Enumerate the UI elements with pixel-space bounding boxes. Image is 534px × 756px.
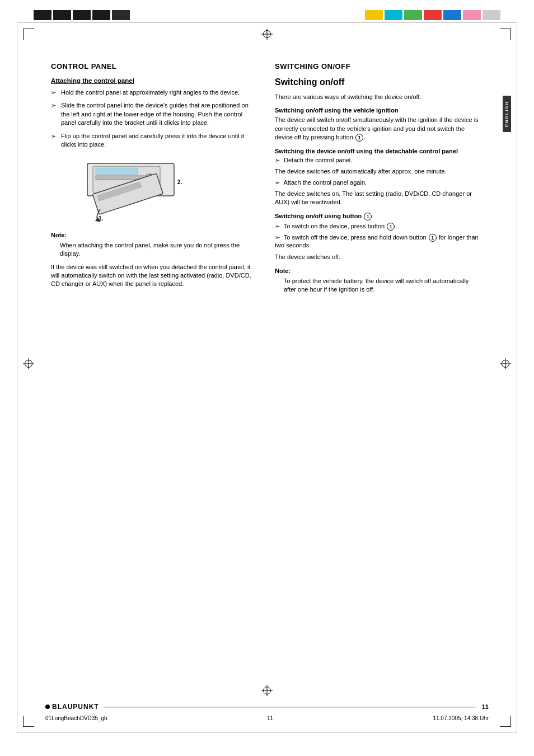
button-circle-3: 1 xyxy=(429,234,437,242)
blaupunkt-text: BLAUPUNKT xyxy=(52,703,99,711)
footer-page-center: 11 xyxy=(267,715,273,721)
bar-right xyxy=(365,10,500,20)
subsection-panel-title: Switching the device on/off using the de… xyxy=(275,148,482,154)
page-number: 11 xyxy=(482,703,489,710)
device-illustration: 1. 2. xyxy=(68,159,185,223)
switching-big-title: Switching on/off xyxy=(275,77,482,87)
blaupunkt-logo: BLAUPUNKT xyxy=(45,703,99,711)
attaching-bullets: ➢ Hold the control panel at approximatel… xyxy=(51,88,258,149)
bullet-arrow-1: ➢ xyxy=(51,88,59,97)
svg-text:2.: 2. xyxy=(177,179,182,185)
left-section-title: CONTROL PANEL xyxy=(51,62,258,71)
subsection-ignition-text: The device will switch on/off simultaneo… xyxy=(275,116,482,142)
top-bars xyxy=(0,0,534,20)
sub2-middle-text: The device switches off automatically af… xyxy=(275,167,482,176)
bullet-arrow-3: ➢ xyxy=(51,132,59,140)
svg-text:1.: 1. xyxy=(99,215,104,222)
corner-mark-br xyxy=(500,716,511,727)
two-column-layout: CONTROL PANEL Attaching the control pane… xyxy=(51,62,483,299)
footer-filename: 01LongBeachDVD35_gb xyxy=(45,715,107,721)
bullet-arrow-2: ➢ xyxy=(51,101,59,110)
right-note-text: To protect the vehicle battery, the devi… xyxy=(275,277,482,294)
page-border: CONTROL PANEL Attaching the control pane… xyxy=(17,22,517,733)
button-circle-2: 1 xyxy=(387,223,395,231)
sub2-arrow1: ➢ xyxy=(275,157,280,163)
footer-date: 11.07.2005, 14:38 Uhr xyxy=(433,715,489,721)
crosshair-top xyxy=(261,29,273,40)
note-text: When attaching the control panel, make s… xyxy=(51,241,258,259)
sub3-arrow2: ➢ xyxy=(275,234,280,241)
bullet-text-1: Hold the control panel at approximately … xyxy=(61,88,258,97)
bullet-text-3: Flip up the control panel and carefully … xyxy=(61,132,258,149)
crosshair-left xyxy=(23,358,34,369)
sub3-arrow1: ➢ xyxy=(275,223,280,229)
device-svg: 1. 2. xyxy=(68,159,185,223)
crosshair-right xyxy=(500,358,511,369)
left-column: CONTROL PANEL Attaching the control pane… xyxy=(51,62,258,299)
note-label: Note: xyxy=(51,231,258,240)
page-wrapper: CONTROL PANEL Attaching the control pane… xyxy=(0,0,534,756)
footer: BLAUPUNKT 11 01LongBeachDVD35_gb 11 11.0… xyxy=(45,703,489,721)
footer-meta: 01LongBeachDVD35_gb 11 11.07.2005, 14:38… xyxy=(45,715,489,721)
corner-mark-bl xyxy=(23,716,34,727)
bullet-item-1: ➢ Hold the control panel at approximatel… xyxy=(51,88,258,97)
sub2-bullet2: ➢ Attach the control panel again. xyxy=(275,179,482,186)
sub2-bullet1: ➢ Detach the control panel. xyxy=(275,157,482,164)
footer-line: BLAUPUNKT 11 xyxy=(45,703,489,711)
subsection-button-title: Switching on/off using button 1 xyxy=(275,213,482,220)
switching-intro: There are various ways of switching the … xyxy=(275,93,482,101)
button-circle-title: 1 xyxy=(364,213,372,220)
right-section-title: SWITCHING ON/OFF xyxy=(275,62,482,71)
crosshair-bottom xyxy=(261,685,273,696)
right-column: ENGLISH SWITCHING ON/OFF Switching on/of… xyxy=(275,62,482,299)
svg-rect-3 xyxy=(96,168,138,175)
sub2-end-text: The device switches on. The last setting… xyxy=(275,190,482,207)
extra-text: If the device was still switched on when… xyxy=(51,263,258,289)
bar-left xyxy=(34,10,130,20)
right-note-label: Note: xyxy=(275,267,482,275)
corner-mark-tr xyxy=(500,29,511,40)
blaupunkt-dot xyxy=(45,705,50,709)
main-content: CONTROL PANEL Attaching the control pane… xyxy=(17,23,517,332)
corner-mark-tl xyxy=(23,29,34,40)
sub2-arrow2: ➢ xyxy=(275,179,280,186)
footer-rule xyxy=(104,707,476,707)
bullet-text-2: Slide the control panel into the device'… xyxy=(61,101,258,127)
attaching-subsection-title: Attaching the control panel xyxy=(51,77,258,84)
sub3-bullet1: ➢ To switch on the device, press button … xyxy=(275,223,482,231)
subsection-ignition-title: Switching on/off using the vehicle ignit… xyxy=(275,107,482,114)
button-circle-1: 1 xyxy=(355,134,363,142)
sub3-end-text: The device switches off. xyxy=(275,253,482,261)
english-sidebar-label: ENGLISH xyxy=(503,96,511,132)
bullet-item-3: ➢ Flip up the control panel and carefull… xyxy=(51,132,258,149)
bullet-item-2: ➢ Slide the control panel into the devic… xyxy=(51,101,258,127)
sub3-bullet2: ➢ To switch off the device, press and ho… xyxy=(275,234,482,248)
